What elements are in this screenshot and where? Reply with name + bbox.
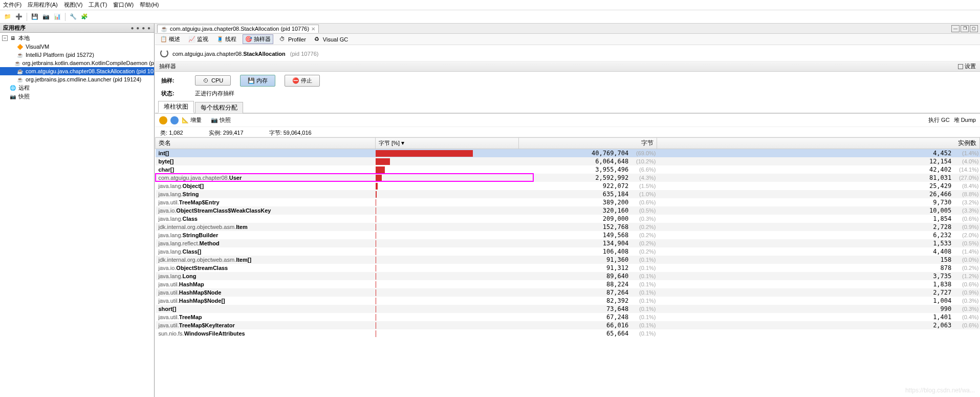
table-row[interactable]: java.util.TreeMap67,248 (0.1%)1,401 (0.4… [156,313,980,321]
tab-visualgc[interactable]: ♻Visual GC [312,35,350,44]
tab-sampler[interactable]: 🎯抽样器 [243,34,273,44]
sidebar-menu-icon[interactable]: ● ● ● ● [131,25,151,31]
menu-file[interactable]: 文件(F) [3,1,21,9]
table-row[interactable]: java.io.ObjectStreamClass91,312 (0.1%)87… [156,264,980,272]
col-instances[interactable]: 实例数 [657,138,980,149]
menu-help[interactable]: 帮助(H) [140,1,159,9]
table-row[interactable]: int[]40,769,704 (69.0%)4,452 (1.4%) [156,149,980,158]
overview-icon: 📋 [160,36,167,43]
checkbox-icon [958,64,963,69]
tab-per-thread[interactable]: 每个线程分配 [195,102,243,113]
byte-count: 59,064,016 [284,130,312,136]
tree-stack-allocation[interactable]: ☕ com.atguigu.java.chapter08.StackAlloca… [0,67,154,75]
snapshot-button[interactable]: 📷 快照 [211,116,231,124]
computer-icon: 🖥 [9,35,16,42]
gc-button[interactable]: 执行 GC [928,116,950,124]
table-row[interactable]: java.lang.String635,184 (1.0%)26,466 (8.… [156,190,980,198]
vm-icon: 🔶 [16,43,24,50]
table-row[interactable]: com.atguigu.java.chapter08.User2,592,992… [156,174,980,182]
tab-profiler[interactable]: ⏱Profiler [277,35,308,44]
java-icon: ☕ [161,26,168,32]
tab-threads[interactable]: 🧵线程 [214,35,238,44]
table-row[interactable]: java.util.HashMap$Node[]82,392 (0.1%)1,0… [156,297,980,305]
tb-add-icon[interactable]: ➕ [14,12,24,22]
heap-table-wrap[interactable]: 类名 字节 [%] ▾ 字节 实例数 int[]40,769,704 (69.0… [155,137,980,397]
table-row[interactable]: java.util.TreeMap$Entry389,200 (0.6%)9,7… [156,198,980,206]
tb-plugin-icon[interactable]: 🧩 [80,12,89,22]
sidebar: 应用程序 ● ● ● ● − 🖥 本地 🔶 VisualVM ☕ Intelli… [0,24,155,397]
document-tab-bar: ☕ com.atguigu.java.chapter08.StackAlloca… [155,24,980,34]
col-classname[interactable]: 类名 [156,138,376,149]
monitor-icon: 📈 [188,36,195,43]
tree-remote[interactable]: 🌐 远程 [0,83,154,92]
tab-monitor[interactable]: 📈监视 [186,35,210,44]
table-row[interactable]: jdk.internal.org.objectweb.asm.Item152,7… [156,223,980,231]
tab-overview[interactable]: 📋概述 [158,35,182,44]
table-row[interactable]: short[]73,648 (0.1%)990 (0.3%) [156,305,980,313]
refresh-data-icon[interactable] [159,116,167,124]
maximize-icon[interactable]: ▢ [970,25,978,32]
tb-save-icon[interactable]: 💾 [30,12,39,22]
table-row[interactable]: byte[]6,064,648 (10.2%)12,154 (4.0%) [156,157,980,165]
restore-icon[interactable]: ❐ [961,25,969,32]
java-icon: ☕ [14,59,20,67]
sampler-icon: 🎯 [245,36,252,43]
close-tab-icon[interactable]: ✕ [311,26,315,32]
toolbar-separator [27,13,27,21]
network-icon: 🌐 [9,85,16,92]
java-icon: ☕ [16,68,24,75]
sample-label: 抽样: [161,77,186,85]
table-row[interactable]: java.lang.Long89,640 (0.1%)3,735 (1.2%) [156,272,980,280]
menu-view[interactable]: 视图(V) [64,1,83,9]
tab-heap-histogram[interactable]: 堆柱状图 [158,101,194,113]
tree-snapshot[interactable]: 📷 快照 [0,92,154,101]
table-row[interactable]: java.lang.reflect.Method134,904 (0.2%)1,… [156,239,980,247]
tree-intellij[interactable]: ☕ IntelliJ Platform (pid 15272) [0,51,154,59]
delta-button[interactable]: 📐 增量 [182,116,202,124]
tree-local[interactable]: − 🖥 本地 [0,34,154,43]
col-bytes[interactable]: 字节 [519,138,657,149]
table-row[interactable]: java.util.HashMap$Node87,264 (0.1%)2,727… [156,288,980,297]
refresh-icon[interactable] [160,49,168,57]
table-row[interactable]: java.lang.Object[]922,072 (1.5%)25,429 (… [156,182,980,190]
table-row[interactable]: java.io.ObjectStreamClass$WeakClassKey32… [156,206,980,215]
tree-kotlin[interactable]: ☕ org.jetbrains.kotlin.daemon.KotlinComp… [0,59,154,67]
tb-open-icon[interactable]: 📁 [3,12,12,22]
table-row[interactable]: jdk.internal.org.objectweb.asm.Item[]91,… [156,256,980,264]
java-icon: ☕ [16,76,24,83]
section-bar: 抽样器 设置 [155,61,980,72]
stop-button[interactable]: ⛔停止 [285,75,320,87]
table-row[interactable]: java.lang.StringBuilder149,568 (0.2%)6,2… [156,231,980,239]
menu-bar: 文件(F) 应用程序(A) 视图(V) 工具(T) 窗口(W) 帮助(H) [0,0,980,10]
settings-toggle[interactable]: 设置 [958,62,976,70]
cpu-button[interactable]: ⏲CPU [195,75,231,86]
status-label: 状态: [161,90,186,97]
heap-dump-button[interactable]: 堆 Dump [954,116,976,124]
threads-icon: 🧵 [216,36,224,43]
collapse-icon[interactable]: − [2,35,8,41]
table-row[interactable]: sun.nio.fs.WindowsFileAttributes65,664 (… [156,329,980,338]
menu-tools[interactable]: 工具(T) [89,1,107,9]
inner-tab-bar: 堆柱状图 每个线程分配 [155,102,980,114]
tree-launcher[interactable]: ☕ org.jetbrains.jps.cmdline.Launcher (pi… [0,75,154,83]
memory-icon: 💾 [248,77,254,83]
table-row[interactable]: char[]3,955,496 (6.6%)42,402 (14.1%) [156,165,980,174]
menu-apps[interactable]: 应用程序(A) [28,1,58,9]
tb-snapshot-icon[interactable]: 📷 [41,12,51,22]
toolbar-separator [65,13,66,21]
col-bytes-pct[interactable]: 字节 [%] ▾ [376,138,519,149]
table-row[interactable]: java.lang.Class209,000 (0.3%)1,854 (0.6%… [156,215,980,223]
summary-row: 类: 1,082 实例: 299,417 字节: 59,064,016 [155,127,980,137]
minimize-icon[interactable]: — [951,25,960,32]
table-row[interactable]: java.util.TreeMap$KeyIterator66,016 (0.1… [156,321,980,329]
main-toolbar: 📁 ➕ 💾 📷 📊 🔧 🧩 [0,10,980,24]
tree-visualvm[interactable]: 🔶 VisualVM [0,43,154,51]
pause-icon[interactable] [170,116,179,124]
tb-config-icon[interactable]: 🔧 [69,12,78,22]
table-row[interactable]: java.util.HashMap88,224 (0.1%)1,838 (0.6… [156,280,980,288]
tb-heap-icon[interactable]: 📊 [53,12,62,22]
document-tab[interactable]: ☕ com.atguigu.java.chapter08.StackAlloca… [157,25,319,33]
table-row[interactable]: java.lang.Class[]106,408 (0.2%)4,408 (1.… [156,247,980,256]
memory-button[interactable]: 💾内存 [240,75,275,87]
menu-window[interactable]: 窗口(W) [113,1,134,9]
